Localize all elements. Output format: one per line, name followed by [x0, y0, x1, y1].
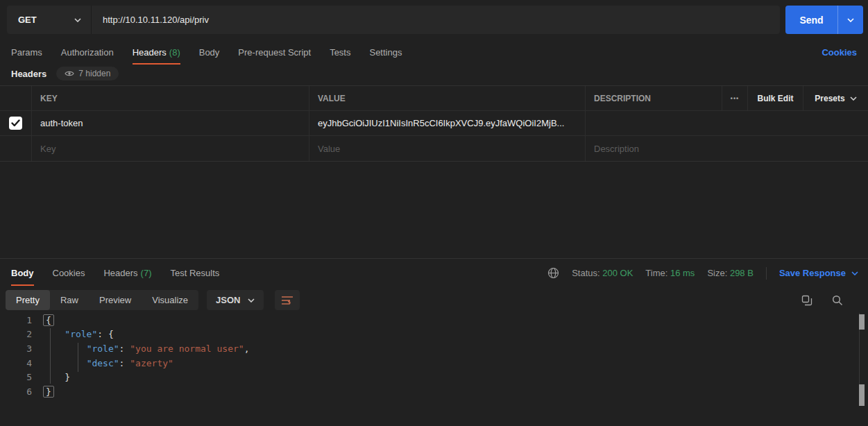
eye-icon [65, 70, 74, 77]
url-input[interactable]: http://10.10.11.120/api/priv [91, 6, 780, 34]
cookies-link[interactable]: Cookies [822, 47, 857, 58]
size-value: 298 B [730, 268, 754, 278]
request-url-bar: GET http://10.10.11.120/api/priv Send [0, 0, 868, 40]
save-response-dropdown[interactable]: Save Response [779, 268, 858, 278]
row-checkbox-cell [0, 111, 31, 135]
response-headers-count-badge: (7) [141, 268, 152, 278]
response-tab-cookies[interactable]: Cookies [53, 261, 85, 286]
status-value: 200 OK [602, 268, 633, 278]
postman-app-window: GET http://10.10.11.120/api/priv Send Pa… [0, 0, 868, 426]
hidden-headers-label: 7 hidden [78, 69, 110, 78]
more-options-icon[interactable]: ••• [722, 86, 747, 110]
meta-divider [766, 267, 767, 280]
code-line: 3 "role": "you are normal user", [0, 341, 868, 356]
response-view-bar: Pretty Raw Preview Visualize JSON [0, 287, 868, 313]
line-number: 5 [0, 372, 36, 382]
headers-count-badge: (8) [169, 47, 180, 58]
chevron-down-icon [248, 298, 255, 303]
view-mode-group: Pretty Raw Preview Visualize [6, 290, 198, 310]
time-indicator: Time: 16 ms [645, 268, 695, 278]
response-tabs-bar: Body Cookies Headers (7) Test Results St… [0, 259, 868, 287]
fold-marker[interactable]: { [43, 314, 54, 326]
empty-area [0, 162, 868, 258]
method-dropdown[interactable]: GET [7, 6, 91, 34]
size-indicator: Size: 298 B [707, 268, 754, 278]
headers-table-header-row: KEY VALUE DESCRIPTION ••• Bulk Edit Pres… [0, 86, 868, 111]
response-body-tools [801, 295, 858, 306]
header-description-cell[interactable] [585, 111, 868, 135]
response-tab-body[interactable]: Body [11, 261, 34, 286]
response-tab-test-results[interactable]: Test Results [171, 261, 220, 286]
view-tab-raw[interactable]: Raw [50, 290, 89, 310]
column-value: VALUE [309, 86, 585, 110]
select-all-cell [0, 86, 31, 110]
chevron-down-icon [847, 18, 854, 22]
request-tabs: Params Authorization Headers (8) Body Pr… [0, 40, 868, 65]
column-key: KEY [31, 86, 309, 110]
row-checkbox[interactable] [9, 117, 22, 130]
code-line: 1{ [0, 313, 868, 327]
scrollbar-thumb[interactable] [859, 314, 865, 330]
view-tab-pretty[interactable]: Pretty [6, 290, 50, 310]
send-options-button[interactable] [837, 6, 863, 34]
presets-dropdown[interactable]: Presets [803, 86, 868, 110]
format-label: JSON [216, 295, 240, 305]
scrollbar-thumb[interactable] [859, 384, 865, 406]
tab-params[interactable]: Params [11, 40, 42, 65]
globe-icon[interactable] [547, 267, 559, 279]
column-description-group: DESCRIPTION ••• Bulk Edit Presets [585, 86, 868, 110]
method-label: GET [18, 15, 37, 25]
line-number: 6 [0, 386, 36, 397]
indent-guide [78, 343, 78, 372]
line-number: 3 [0, 343, 36, 354]
copy-icon[interactable] [801, 295, 812, 306]
view-tab-preview[interactable]: Preview [89, 290, 142, 310]
tab-tests[interactable]: Tests [330, 40, 350, 65]
response-meta: Status: 200 OK Time: 16 ms Size: 298 B S… [547, 267, 858, 280]
tab-authorization[interactable]: Authorization [61, 40, 114, 65]
header-row-empty: Key Value Description [0, 136, 868, 161]
chevron-down-icon [850, 96, 857, 101]
headers-table: KEY VALUE DESCRIPTION ••• Bulk Edit Pres… [0, 85, 868, 162]
format-dropdown[interactable]: JSON [207, 290, 264, 310]
value-input-placeholder[interactable]: Value [309, 136, 585, 161]
view-tab-visualize[interactable]: Visualize [142, 290, 198, 310]
tab-settings[interactable]: Settings [369, 40, 402, 65]
key-input-placeholder[interactable]: Key [31, 136, 309, 161]
wrap-lines-button[interactable] [275, 290, 300, 310]
row-checkbox-cell [0, 136, 31, 161]
indent-guide [50, 328, 51, 384]
json-code: 1{2 "role": {3 "role": "you are normal u… [0, 313, 868, 399]
line-number: 1 [0, 315, 36, 325]
send-button-group: Send [785, 6, 863, 34]
line-number: 2 [0, 329, 36, 339]
status-indicator: Status: 200 OK [572, 268, 633, 278]
header-row-auth-token: auth-token eyJhbGciOiJIUzI1NiIsInR5cCI6I… [0, 111, 868, 136]
line-number: 4 [0, 358, 36, 368]
send-button[interactable]: Send [785, 6, 837, 34]
headers-section-header: Headers 7 hidden [0, 65, 868, 85]
wrap-lines-icon [281, 296, 293, 305]
time-value: 16 ms [670, 268, 695, 278]
headers-section-title: Headers [11, 69, 46, 79]
tab-pre-request-script[interactable]: Pre-request Script [238, 40, 311, 65]
response-body-editor[interactable]: 1{2 "role": {3 "role": "you are normal u… [0, 313, 868, 406]
code-line: 6} [0, 384, 868, 399]
header-value-cell[interactable]: eyJhbGciOiJIUzI1NiIsInR5cCI6IkpXVCJ9.eyJ… [309, 111, 585, 135]
tab-headers[interactable]: Headers (8) [133, 40, 180, 65]
chevron-down-icon [851, 271, 858, 275]
description-input-placeholder[interactable]: Description [585, 136, 868, 161]
bulk-edit-button[interactable]: Bulk Edit [747, 86, 803, 110]
url-text: http://10.10.11.120/api/priv [103, 15, 209, 25]
chevron-down-icon [74, 18, 81, 22]
fold-marker[interactable]: } [43, 386, 54, 398]
tab-body[interactable]: Body [199, 40, 220, 65]
column-description: DESCRIPTION [586, 94, 722, 103]
search-icon[interactable] [832, 295, 843, 306]
code-line: 4 "desc": "azerty" [0, 356, 868, 370]
code-line: 2 "role": { [0, 327, 868, 342]
header-key-cell[interactable]: auth-token [31, 111, 309, 135]
hidden-headers-toggle[interactable]: 7 hidden [56, 67, 119, 80]
code-line: 5 } [0, 370, 868, 384]
response-tab-headers[interactable]: Headers (7) [103, 261, 151, 286]
